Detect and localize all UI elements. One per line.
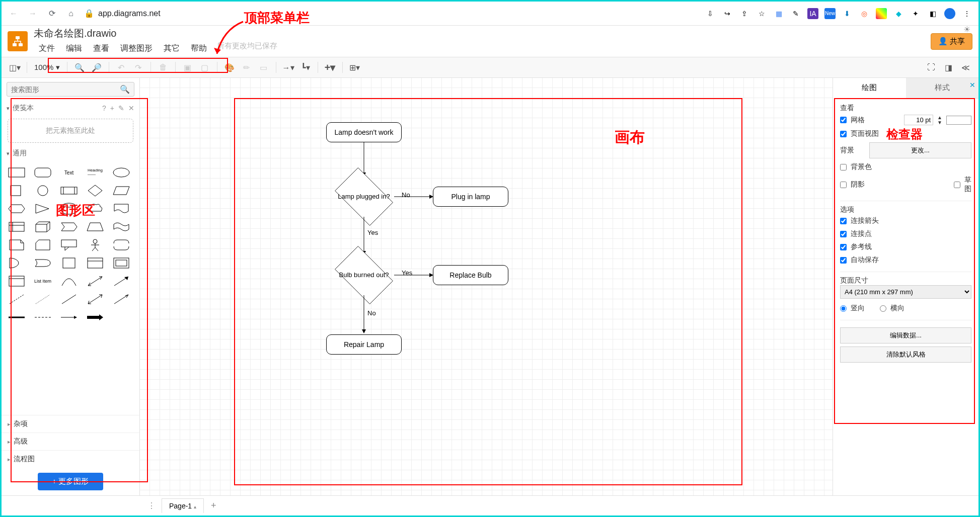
flowchart-decision-2[interactable]: Bulb burned out?: [334, 255, 394, 295]
zoom-select[interactable]: 100% ▾: [32, 63, 62, 72]
shape-cylinder[interactable]: [59, 201, 79, 216]
ext-icon[interactable]: New: [824, 8, 836, 19]
menu-extras[interactable]: 其它: [159, 41, 185, 56]
help-icon[interactable]: ?: [102, 104, 106, 112]
shape-dotted[interactable]: [33, 292, 53, 307]
shape-arrow[interactable]: [111, 274, 131, 289]
canvas[interactable]: Lamp doesn't work Lamp plugged in? No Pl…: [140, 78, 833, 495]
ext-icon[interactable]: ↪: [722, 8, 733, 19]
ext-icon[interactable]: ⬇: [842, 8, 853, 19]
shape-list[interactable]: [7, 274, 27, 289]
shape-triangle[interactable]: [33, 201, 53, 216]
flowchart-end[interactable]: Repair Lamp: [326, 334, 402, 355]
general-header[interactable]: ▾ 通用: [2, 146, 139, 161]
close-icon[interactable]: ✕: [128, 104, 134, 112]
nav-reload-icon[interactable]: ⟳: [46, 8, 58, 20]
conn-arrows-checkbox[interactable]: [840, 218, 847, 224]
ext-icon[interactable]: ▦: [773, 8, 784, 19]
guides-checkbox[interactable]: [840, 244, 847, 250]
zoom-in-icon[interactable]: 🔍: [72, 60, 87, 74]
shape-callout[interactable]: [59, 237, 79, 252]
menu-view[interactable]: 查看: [88, 41, 114, 56]
shape-rect[interactable]: [7, 165, 27, 180]
shape-curly[interactable]: [111, 237, 131, 252]
pageview-checkbox[interactable]: [840, 131, 847, 137]
stepper-down-icon[interactable]: ▼: [937, 120, 942, 125]
shape-cloud[interactable]: [85, 201, 105, 216]
shape-internal[interactable]: [7, 219, 27, 234]
bgcolor-checkbox[interactable]: [840, 164, 847, 170]
shape-card[interactable]: [33, 237, 53, 252]
format-toggle-icon[interactable]: ◨: [941, 60, 955, 74]
page-tab[interactable]: Page-1 ▴: [162, 498, 204, 513]
flowchart-action-1[interactable]: Plug in lamp: [433, 187, 508, 207]
flowchart-start[interactable]: Lamp doesn't work: [326, 122, 402, 142]
shape-thickarrow[interactable]: [85, 310, 105, 325]
share-icon[interactable]: ⇪: [739, 8, 750, 19]
search-shapes[interactable]: 🔍: [7, 82, 134, 97]
url-bar[interactable]: 🔒 app.diagrams.net: [84, 9, 161, 18]
extensions-icon[interactable]: ✦: [910, 8, 921, 19]
delete-icon[interactable]: 🗑: [156, 60, 170, 74]
panel-close-icon[interactable]: ✕: [969, 81, 975, 89]
app-logo-icon[interactable]: [8, 31, 28, 51]
line-color-icon[interactable]: ✏: [240, 60, 254, 74]
shape-note[interactable]: [7, 237, 27, 252]
ext-icon[interactable]: ◆: [893, 8, 904, 19]
to-front-icon[interactable]: ▣: [181, 60, 195, 74]
search-input[interactable]: [11, 85, 120, 94]
flowchart-action-2[interactable]: Replace Bulb: [433, 265, 508, 285]
scratchpad-header[interactable]: ▾ 便笺本 ? + ✎ ✕: [2, 101, 139, 116]
menu-arrange[interactable]: 调整图形: [115, 41, 158, 56]
shape-tape[interactable]: [111, 219, 131, 234]
flowchart-decision-1[interactable]: Lamp plugged in?: [334, 177, 394, 217]
category-advanced[interactable]: 高级: [2, 433, 139, 450]
shape-trapezoid[interactable]: [85, 219, 105, 234]
shape-link[interactable]: [33, 310, 53, 325]
shape-square[interactable]: [7, 183, 27, 198]
nav-home-icon[interactable]: ⌂: [65, 8, 77, 20]
shape-actor[interactable]: [85, 237, 105, 252]
grid-checkbox[interactable]: [840, 117, 847, 123]
tab-diagram[interactable]: 绘图: [833, 78, 906, 99]
portrait-radio[interactable]: [840, 305, 847, 312]
shape-thinarrow[interactable]: [59, 310, 79, 325]
pages-menu-icon[interactable]: ⋮: [143, 499, 160, 512]
shape-cube[interactable]: [33, 219, 53, 234]
table-icon[interactable]: ⊞▾: [348, 60, 362, 74]
tab-style[interactable]: 样式: [906, 78, 979, 98]
edit-data-button[interactable]: 编辑数据...: [840, 327, 971, 343]
shape-dashed[interactable]: [7, 292, 27, 307]
insert-icon[interactable]: +▾: [323, 60, 337, 74]
category-misc[interactable]: 杂项: [2, 415, 139, 433]
ext-icon[interactable]: ◎: [859, 8, 870, 19]
edit-icon[interactable]: ✎: [118, 104, 124, 112]
to-back-icon[interactable]: ▢: [198, 60, 212, 74]
shape-step[interactable]: [59, 219, 79, 234]
fill-color-icon[interactable]: 🎨: [222, 60, 237, 74]
page-size-select[interactable]: A4 (210 mm x 297 mm): [840, 285, 971, 299]
zoom-out-icon[interactable]: 🔎: [90, 60, 104, 74]
shape-ellipse[interactable]: [111, 165, 131, 180]
ext-icon[interactable]: IA: [807, 8, 818, 19]
nav-back-icon[interactable]: ←: [8, 8, 20, 20]
shape-parallelogram[interactable]: [111, 183, 131, 198]
shape-datastore[interactable]: [59, 255, 79, 271]
collapse-icon[interactable]: ≪: [958, 60, 972, 74]
shape-line[interactable]: [59, 292, 79, 307]
shape-or[interactable]: [7, 255, 27, 271]
connection-icon[interactable]: →▾: [281, 60, 295, 74]
sketch-checkbox[interactable]: [954, 182, 960, 188]
document-title[interactable]: 未命名绘图.drawio: [34, 27, 277, 40]
fullscreen-icon[interactable]: ⛶: [924, 60, 938, 74]
shape-dir-arrow[interactable]: [111, 292, 131, 307]
theme-icon[interactable]: ☀: [963, 25, 970, 34]
conn-points-checkbox[interactable]: [840, 231, 847, 237]
shape-rounded[interactable]: [33, 165, 53, 180]
more-shapes-button[interactable]: + 更多图形: [38, 473, 103, 490]
shadow-icon[interactable]: ▭: [257, 60, 271, 74]
shape-process[interactable]: [59, 183, 79, 198]
landscape-radio[interactable]: [880, 305, 886, 312]
shape-listitem[interactable]: List Item: [33, 274, 53, 289]
shape-bidir-arrow[interactable]: [85, 274, 105, 289]
